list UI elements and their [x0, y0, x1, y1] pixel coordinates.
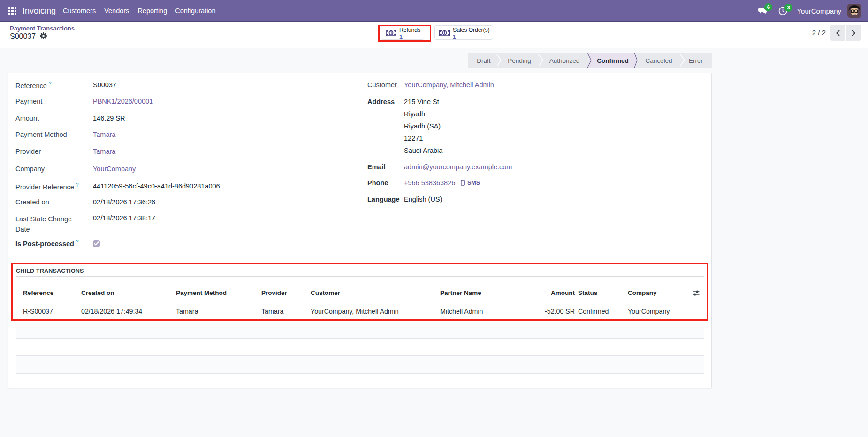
svg-text:Draft: Draft [477, 57, 491, 64]
svg-text:Authorized: Authorized [549, 57, 580, 64]
svg-text:Canceled: Canceled [645, 57, 672, 64]
svg-text:Error: Error [689, 57, 703, 64]
svg-text:Pending: Pending [508, 57, 531, 64]
svg-text:Confirmed: Confirmed [597, 57, 629, 64]
